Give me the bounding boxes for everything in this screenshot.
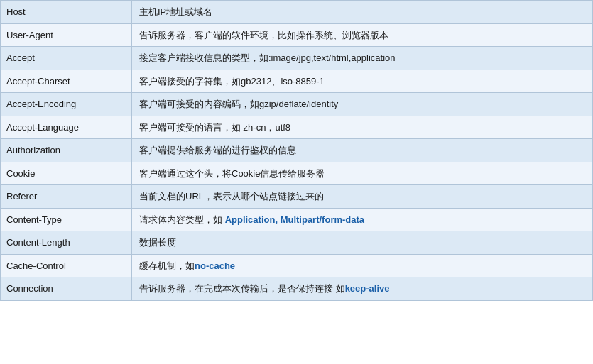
content-cell: 接定客户端接收信息的类型，如:image/jpg,text/html,appli… [132,47,592,70]
content-cell: 当前文档的URL，表示从哪个站点链接过来的 [132,185,592,208]
content-cell: 告诉服务器，在完成本次传输后，是否保持连接 如keep-alive [132,277,592,300]
content-cell: 客户端通过这个头，将Cookie信息传给服务器 [132,162,592,185]
content-cell: 客户端接受的字符集，如gb2312、iso-8859-1 [132,70,592,93]
table-row: Accept-Encoding 客户端可接受的内容编码，如gzip/deflat… [1,93,592,116]
content-cell: 请求体内容类型，如 Application, Multipart/form-da… [132,209,592,231]
header-cell: Cache-Control [1,255,132,277]
header-cell: User-Agent [1,24,132,47]
table-row: Content-Length 数据长度 [1,231,592,255]
header-cell: Referer [1,185,132,208]
content-cell: 告诉服务器，客户端的软件环境，比如操作系统、浏览器版本 [132,24,592,47]
highlight-text: keep-alive [345,283,390,294]
table-row: Content-Type 请求体内容类型，如 Application, Mult… [1,209,592,232]
content-cell: 缓存机制，如no-cache [132,255,592,277]
table-row: Accept 接定客户端接收信息的类型，如:image/jpg,text/htm… [1,47,592,70]
header-cell: Cookie [1,162,132,185]
content-cell: 客户端可接受的内容编码，如gzip/deflate/identity [132,93,592,116]
table-row: Host 主机IP地址或域名 [1,1,592,24]
content-cell: 客户端可接受的语言，如 zh-cn，utf8 [132,116,592,139]
header-cell: Accept-Encoding [1,93,132,116]
http-headers-table: Host 主机IP地址或域名 User-Agent 告诉服务器，客户端的软件环境… [0,0,593,301]
header-cell: Content-Length [1,231,132,254]
table-row: Cache-Control 缓存机制，如no-cache [1,255,592,278]
header-cell: Accept [1,47,132,70]
highlight-text: Application, Multipart/form-data [225,214,364,225]
header-cell: Content-Type [1,209,132,231]
header-cell: Accept-Charset [1,70,132,93]
header-cell: Host [1,1,132,23]
header-cell: Accept-Language [1,116,132,139]
highlight-text: no-cache [195,260,235,271]
table-row: Authorization 客户端提供给服务端的进行鉴权的信息 [1,139,592,162]
content-cell: 主机IP地址或域名 [132,1,592,23]
header-cell: Connection [1,277,132,300]
table-row: Connection 告诉服务器，在完成本次传输后，是否保持连接 如keep-a… [1,277,592,300]
table-row: Accept-Charset 客户端接受的字符集，如gb2312、iso-885… [1,70,592,94]
table-row: Accept-Language 客户端可接受的语言，如 zh-cn，utf8 [1,116,592,140]
header-cell: Authorization [1,139,132,162]
table-row: Referer 当前文档的URL，表示从哪个站点链接过来的 [1,185,592,209]
table-row: Cookie 客户端通过这个头，将Cookie信息传给服务器 [1,162,592,186]
content-cell: 客户端提供给服务端的进行鉴权的信息 [132,139,592,162]
content-cell: 数据长度 [132,231,592,254]
table-row: User-Agent 告诉服务器，客户端的软件环境，比如操作系统、浏览器版本 [1,24,592,48]
